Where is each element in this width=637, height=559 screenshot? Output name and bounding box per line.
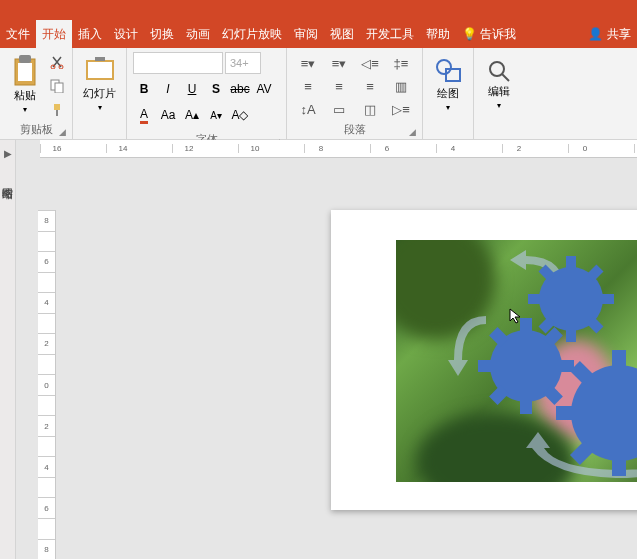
slide-image[interactable] — [396, 240, 638, 482]
svg-rect-36 — [556, 406, 578, 420]
paste-button[interactable]: 粘贴▾ — [4, 50, 46, 120]
numbering-button[interactable]: ≡▾ — [324, 52, 354, 74]
svg-rect-27 — [478, 360, 496, 372]
tab-transitions[interactable]: 切换 — [144, 20, 180, 48]
svg-rect-34 — [612, 350, 626, 372]
outline-pane-collapsed[interactable]: ▶ 缩略图 — [0, 140, 16, 559]
editing-group-label — [478, 137, 520, 139]
tab-view[interactable]: 视图 — [324, 20, 360, 48]
gear-shape[interactable] — [554, 348, 638, 478]
svg-rect-18 — [528, 294, 544, 304]
align-right-button[interactable]: ≡ — [355, 75, 385, 97]
svg-rect-26 — [520, 396, 532, 414]
tab-file[interactable]: 文件 — [0, 20, 36, 48]
tab-home[interactable]: 开始 — [36, 20, 72, 48]
svg-point-11 — [437, 60, 451, 74]
slides-icon — [85, 57, 115, 85]
dropdown-icon: ▾ — [497, 101, 501, 110]
font-name-input[interactable] — [133, 52, 223, 74]
smartart-button[interactable]: ◫ — [355, 98, 385, 120]
indent-inc-button[interactable]: ▷≡ — [386, 98, 416, 120]
italic-icon: I — [166, 82, 169, 96]
align-text-icon: ▭ — [333, 102, 345, 117]
align-left-button[interactable]: ≡ — [293, 75, 323, 97]
svg-rect-1 — [19, 55, 31, 63]
slides-button[interactable]: 幻灯片▾ — [77, 50, 122, 120]
font-color-button[interactable]: A — [133, 104, 155, 126]
tab-insert[interactable]: 插入 — [72, 20, 108, 48]
cut-button[interactable] — [46, 51, 68, 73]
clear-format-button[interactable]: A◇ — [229, 104, 251, 126]
tab-design[interactable]: 设计 — [108, 20, 144, 48]
svg-rect-25 — [520, 318, 532, 336]
bullets-button[interactable]: ≡▾ — [293, 52, 323, 74]
grow-icon: A▴ — [185, 108, 199, 122]
share-icon: 👤 — [588, 27, 603, 41]
columns-button[interactable]: ▥ — [386, 75, 416, 97]
tab-animations[interactable]: 动画 — [180, 20, 216, 48]
align-text-button[interactable]: ▭ — [324, 98, 354, 120]
italic-button[interactable]: I — [157, 78, 179, 100]
spacing-button[interactable]: AV — [253, 78, 275, 100]
line-spacing-button[interactable]: ‡≡ — [386, 52, 416, 74]
numbering-icon: ≡▾ — [332, 56, 347, 71]
indent-dec-icon: ◁≡ — [361, 56, 379, 71]
bulb-icon: 💡 — [462, 27, 476, 41]
launcher-icon[interactable]: ◢ — [409, 127, 416, 137]
bold-button[interactable]: B — [133, 78, 155, 100]
dropdown-icon: ▾ — [98, 103, 102, 112]
tell-me[interactable]: 💡告诉我 — [456, 20, 522, 48]
dropdown-icon: ▾ — [23, 105, 27, 114]
tab-review[interactable]: 审阅 — [288, 20, 324, 48]
share-button[interactable]: 👤共享 — [582, 20, 637, 48]
group-slides: 幻灯片▾ — [73, 48, 127, 139]
paste-icon — [11, 55, 39, 87]
editing-button[interactable]: 编辑▾ — [478, 50, 520, 120]
text-dir-icon: ↕A — [300, 102, 315, 117]
align-left-icon: ≡ — [304, 79, 312, 94]
grow-font-button[interactable]: A▴ — [181, 104, 203, 126]
tell-me-label: 告诉我 — [480, 26, 516, 43]
tab-developer[interactable]: 开发工具 — [360, 20, 420, 48]
vertical-ruler[interactable]: 864202468 — [38, 210, 56, 559]
launcher-icon[interactable]: ◢ — [59, 127, 66, 137]
cut-icon — [50, 55, 64, 69]
format-painter-button[interactable] — [46, 99, 68, 121]
indent-dec-button[interactable]: ◁≡ — [355, 52, 385, 74]
find-icon — [487, 59, 511, 83]
strike-button[interactable]: abc — [229, 78, 251, 100]
change-case-button[interactable]: Aa — [157, 104, 179, 126]
paragraph-group-label: 段落 — [344, 123, 366, 135]
workspace: ▶ 缩略图 1614121086420246810121416 86420246… — [0, 140, 637, 559]
tab-slideshow[interactable]: 幻灯片放映 — [216, 20, 288, 48]
clipboard-label: 剪贴板 — [20, 123, 53, 135]
drawing-button[interactable]: 绘图▾ — [427, 50, 469, 120]
group-paragraph: ≡▾ ≡▾ ◁≡ ‡≡ ≡ ≡ ≡ ▥ ↕A ▭ ◫ ▷≡ 段落◢ — [287, 48, 423, 139]
align-right-icon: ≡ — [366, 79, 374, 94]
underline-button[interactable]: U — [181, 78, 203, 100]
indent-inc-icon: ▷≡ — [392, 102, 410, 117]
group-drawing: 绘图▾ — [423, 48, 474, 139]
font-color-icon: A — [140, 107, 148, 124]
svg-rect-2 — [18, 63, 32, 81]
font-size-input[interactable] — [225, 52, 261, 74]
tab-help[interactable]: 帮助 — [420, 20, 456, 48]
shadow-button[interactable]: S — [205, 78, 227, 100]
title-bar — [0, 0, 637, 20]
copy-button[interactable] — [46, 75, 68, 97]
shrink-font-button[interactable]: A▾ — [205, 104, 227, 126]
columns-icon: ▥ — [395, 79, 407, 94]
case-icon: Aa — [161, 108, 176, 122]
slide[interactable] — [331, 210, 638, 510]
copy-icon — [50, 79, 64, 93]
shrink-icon: A▾ — [210, 110, 222, 121]
share-label: 共享 — [607, 26, 631, 43]
align-center-button[interactable]: ≡ — [324, 75, 354, 97]
slide-canvas-area[interactable] — [66, 170, 637, 549]
slides-label: 幻灯片 — [83, 87, 116, 99]
svg-rect-6 — [55, 83, 63, 93]
svg-rect-10 — [95, 57, 105, 61]
horizontal-ruler[interactable]: 1614121086420246810121416 — [40, 140, 637, 158]
text-direction-button[interactable]: ↕A — [293, 98, 323, 120]
shadow-icon: S — [212, 82, 220, 96]
